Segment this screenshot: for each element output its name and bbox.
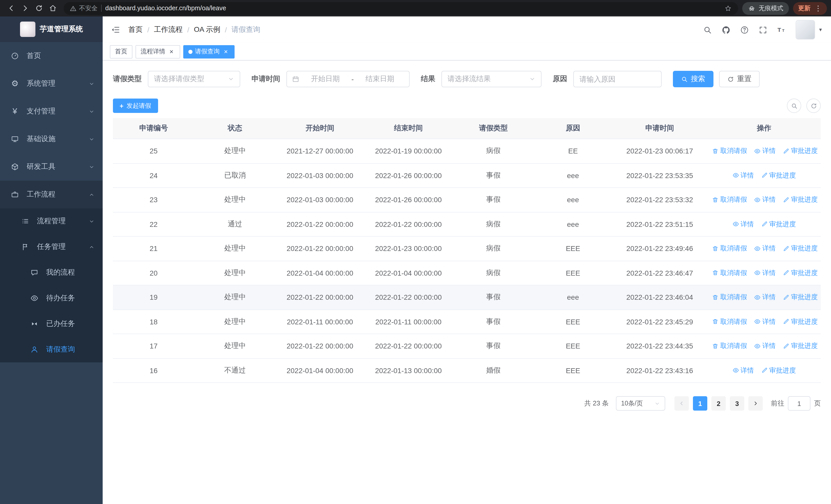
back-button[interactable] — [4, 1, 18, 15]
result-select[interactable]: 请选择流结果 — [441, 71, 542, 87]
cancel-leave-link[interactable]: 取消请假 — [712, 146, 747, 155]
cancel-leave-link[interactable]: 取消请假 — [712, 341, 747, 351]
sidebar-collapse-button[interactable] — [111, 25, 120, 34]
font-size-icon: TT — [777, 25, 786, 34]
reason-input[interactable] — [573, 71, 662, 87]
chevron-left-icon — [679, 400, 685, 407]
reset-button[interactable]: 重置 — [719, 71, 760, 87]
detail-link[interactable]: 详情 — [754, 244, 776, 253]
prev-page-button[interactable] — [675, 396, 689, 411]
sidebar-item-process-management[interactable]: 流程管理 — [0, 208, 103, 234]
detail-link[interactable]: 详情 — [732, 219, 754, 229]
sidebar-item-leave-query[interactable]: 请假查询 — [0, 337, 103, 362]
sidebar-item-todo-tasks[interactable]: 待办任务 — [0, 285, 103, 311]
detail-link[interactable]: 详情 — [754, 146, 776, 155]
reload-button[interactable] — [32, 1, 46, 15]
cell-reason: eee — [534, 212, 612, 236]
cell-id: 20 — [113, 261, 194, 285]
header-search-button[interactable] — [703, 25, 712, 34]
page-button-1[interactable]: 1 — [693, 396, 707, 411]
sidebar-item-label: 我的流程 — [46, 268, 75, 277]
cancel-leave-link[interactable]: 取消请假 — [712, 195, 747, 204]
avatar — [796, 20, 815, 39]
tab-home[interactable]: 首页 — [110, 45, 133, 58]
apply-time-range-picker[interactable]: 开始日期 - 结束日期 — [286, 71, 409, 87]
cell-id: 18 — [113, 309, 194, 334]
tab-leave-query[interactable]: 请假查询 × — [183, 45, 235, 58]
approval-progress-link[interactable]: 审批进度 — [783, 268, 818, 277]
sidebar-item-task-management[interactable]: 任务管理 — [0, 234, 103, 260]
toggle-search-button[interactable] — [787, 98, 801, 113]
cancel-leave-link[interactable]: 取消请假 — [712, 293, 747, 302]
sidebar-item-payment[interactable]: ¥ 支付管理 — [0, 97, 103, 125]
detail-link[interactable]: 详情 — [754, 268, 776, 277]
sidebar-item-home[interactable]: 首页 — [0, 42, 103, 70]
sidebar-item-my-processes[interactable]: 我的流程 — [0, 260, 103, 285]
breadcrumb-item[interactable]: OA 示例 — [194, 25, 221, 34]
sidebar-item-infrastructure[interactable]: 基础设施 — [0, 125, 103, 153]
page-button-2[interactable]: 2 — [711, 396, 726, 411]
bookmark-star-button[interactable] — [724, 4, 732, 12]
screen: 不安全 dashboard.yudao.iocoder.cn/bpm/oa/le… — [0, 0, 831, 504]
home-button[interactable] — [46, 1, 60, 15]
sidebar-logo[interactable]: 芋道管理系统 — [0, 17, 103, 42]
create-leave-button[interactable]: + 发起请假 — [113, 98, 158, 113]
sidebar-item-devtools[interactable]: 研发工具 — [0, 153, 103, 181]
pen-icon — [783, 196, 790, 203]
forward-button[interactable] — [18, 1, 32, 15]
next-page-button[interactable] — [748, 396, 763, 411]
approval-progress-link[interactable]: 审批进度 — [783, 146, 818, 155]
sidebar-item-workflow[interactable]: 工作流程 — [0, 181, 103, 208]
breadcrumb-current: 请假查询 — [231, 25, 260, 34]
app-title: 芋道管理系统 — [40, 25, 83, 34]
cell-type: 病假 — [453, 212, 534, 236]
cancel-leave-link[interactable]: 取消请假 — [712, 317, 747, 326]
font-size-button[interactable]: TT — [777, 25, 786, 34]
github-link[interactable] — [722, 25, 730, 34]
leave-type-select[interactable]: 请选择请假类型 — [148, 71, 240, 87]
chevron-down-icon — [89, 109, 94, 114]
cell-apply: 2022-01-22 23:45:29 — [612, 309, 707, 334]
cancel-leave-link[interactable]: 取消请假 — [712, 268, 747, 277]
breadcrumb: 首页 / 工作流程 / OA 示例 / 请假查询 — [128, 25, 260, 34]
user-menu[interactable]: ▼ — [796, 20, 823, 39]
breadcrumb-item[interactable]: 工作流程 — [154, 25, 183, 34]
approval-progress-link[interactable]: 审批进度 — [761, 366, 796, 375]
trash-icon — [712, 343, 719, 349]
detail-link[interactable]: 详情 — [754, 341, 776, 351]
detail-link[interactable]: 详情 — [754, 195, 776, 204]
docs-help-button[interactable] — [740, 25, 749, 34]
approval-progress-link[interactable]: 审批进度 — [761, 219, 796, 229]
cell-id: 24 — [113, 163, 194, 187]
approval-progress-link[interactable]: 审批进度 — [783, 341, 818, 351]
refresh-table-button[interactable] — [806, 98, 821, 113]
cell-end: 2022-01-23 00:00:00 — [364, 236, 453, 261]
address-bar[interactable]: 不安全 dashboard.yudao.iocoder.cn/bpm/oa/le… — [64, 2, 738, 14]
page-size-select[interactable]: 10条/页 — [616, 396, 665, 411]
fullscreen-button[interactable] — [758, 25, 767, 34]
security-status[interactable]: 不安全 — [70, 4, 97, 12]
detail-link[interactable]: 详情 — [732, 366, 754, 375]
sidebar-item-system[interactable]: ⚙ 系统管理 — [0, 70, 103, 97]
approval-progress-link[interactable]: 审批进度 — [783, 293, 818, 302]
approval-progress-link[interactable]: 审批进度 — [783, 195, 818, 204]
approval-progress-link[interactable]: 审批进度 — [783, 317, 818, 326]
detail-link[interactable]: 详情 — [732, 171, 754, 180]
close-icon[interactable]: × — [168, 48, 175, 55]
pen-icon — [761, 367, 768, 374]
approval-progress-link[interactable]: 审批进度 — [761, 171, 796, 180]
sidebar-item-done-tasks[interactable]: 已办任务 — [0, 311, 103, 337]
page-button-3[interactable]: 3 — [730, 396, 744, 411]
browser-menu-button[interactable]: 更新 ⋮ — [793, 2, 827, 14]
detail-link[interactable]: 详情 — [754, 317, 776, 326]
breadcrumb-item[interactable]: 首页 — [128, 25, 143, 34]
sidebar-item-label: 已办任务 — [46, 319, 75, 328]
close-icon[interactable]: × — [222, 48, 229, 55]
detail-link[interactable]: 详情 — [754, 293, 776, 302]
tab-process-detail[interactable]: 流程详情 × — [136, 45, 180, 58]
goto-page-input[interactable] — [788, 396, 810, 411]
approval-progress-link[interactable]: 审批进度 — [783, 244, 818, 253]
person-icon — [30, 345, 39, 354]
search-button[interactable]: 搜索 — [673, 71, 713, 87]
cancel-leave-link[interactable]: 取消请假 — [712, 244, 747, 253]
